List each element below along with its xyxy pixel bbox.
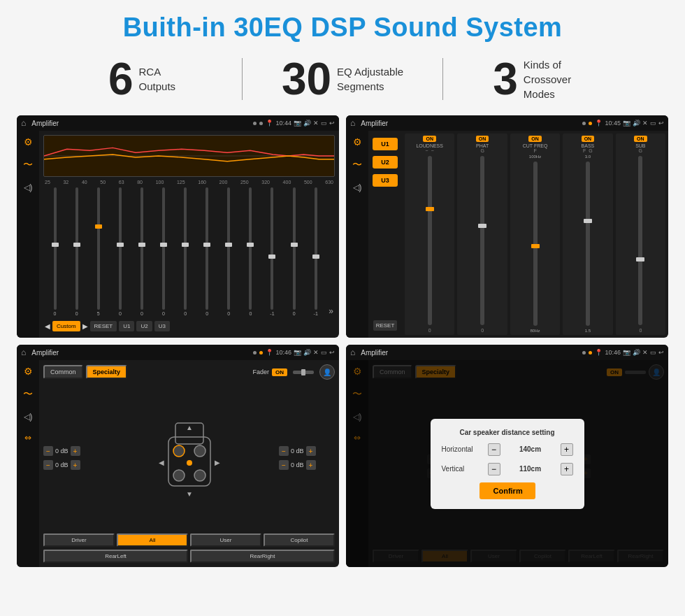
u1-crossover-btn[interactable]: U1 [373, 138, 398, 150]
slider-6[interactable]: 0 [153, 187, 173, 316]
fader-minus-1[interactable]: − [43, 446, 53, 456]
eq-icon[interactable]: ⚙ [24, 136, 33, 148]
bass-slider[interactable] [586, 162, 590, 326]
rearleft-btn[interactable]: RearLeft [43, 550, 188, 563]
driver-btn[interactable]: Driver [43, 533, 115, 547]
fader-plus-2[interactable]: + [71, 460, 80, 470]
on-badge-loudness[interactable]: ON [423, 136, 436, 142]
back-icon-1[interactable]: ↩ [329, 120, 335, 127]
window-icon-2[interactable]: ▭ [650, 120, 656, 127]
home-icon-4[interactable]: ⌂ [350, 348, 355, 357]
back-icon-3[interactable]: ↩ [329, 349, 335, 356]
specialty-tab[interactable]: Specialty [86, 365, 128, 379]
common-tab[interactable]: Common [43, 365, 83, 379]
window-icon-4[interactable]: ▭ [650, 349, 656, 356]
volume-sidebar-icon[interactable]: ◁) [24, 182, 33, 192]
slider-2[interactable]: 0 [66, 187, 87, 316]
fader-plus-1[interactable]: + [71, 446, 80, 456]
expand-icon[interactable]: » [329, 306, 333, 316]
window-icon-3[interactable]: ▭ [321, 349, 327, 356]
status-icons-2: 📍 10:45 📷 🔊 ✕ ▭ ↩ [595, 120, 664, 127]
close-icon-2[interactable]: ✕ [642, 120, 648, 127]
volume-sidebar-icon-2[interactable]: ◁) [353, 182, 362, 192]
eq-icon-3[interactable]: ⚙ [24, 366, 33, 377]
fader-plus-3[interactable]: + [306, 446, 316, 456]
wave-icon[interactable]: 〜 [23, 159, 33, 171]
eq-icon-2[interactable]: ⚙ [353, 136, 362, 148]
u3-crossover-btn[interactable]: U3 [373, 174, 398, 187]
slider-12[interactable]: 0 [284, 187, 304, 316]
crossover-reset-btn[interactable]: RESET [373, 320, 398, 331]
slider-11[interactable]: -1 [262, 187, 282, 316]
channel-sub: ON SUB G 0 [616, 134, 665, 335]
freq-320: 320 [261, 180, 270, 185]
status-bar-1: ⌂ Amplifier 📍 10:44 📷 🔊 ✕ ▭ ↩ [17, 115, 339, 131]
stat-crossover: 3 Kinds of Crossover Modes [443, 57, 643, 101]
window-icon-1[interactable]: ▭ [321, 120, 327, 127]
expand-sidebar-icon[interactable]: ⇔ [24, 433, 31, 443]
phat-slider[interactable] [480, 156, 484, 325]
slider-9[interactable]: 0 [219, 187, 239, 316]
wave-icon-3[interactable]: 〜 [23, 388, 33, 401]
back-icon-2[interactable]: ↩ [658, 120, 664, 127]
on-badge-cutfreq[interactable]: ON [528, 136, 542, 142]
custom-btn[interactable]: Custom [52, 321, 80, 331]
amplifier-title-4: Amplifier [361, 349, 579, 357]
back-icon-4[interactable]: ↩ [658, 349, 664, 356]
fader-minus-3[interactable]: − [279, 446, 289, 456]
on-badge-phat[interactable]: ON [476, 136, 489, 142]
vertical-plus-btn[interactable]: + [561, 463, 573, 475]
slider-8[interactable]: 0 [197, 187, 217, 316]
location-icon-2: 📍 [595, 120, 603, 127]
horizontal-plus-btn[interactable]: + [561, 443, 573, 456]
amplifier-title-1: Amplifier [31, 120, 250, 127]
slider-4[interactable]: 0 [110, 187, 130, 316]
volume-sidebar-icon-3[interactable]: ◁) [24, 412, 33, 422]
fader-main: Common Specialty Fader ON 👤 [39, 360, 339, 567]
slider-10[interactable]: 0 [240, 187, 261, 316]
fader-minus-4[interactable]: − [279, 460, 289, 470]
confirm-button[interactable]: Confirm [480, 482, 535, 499]
fader-location-btns-2: RearLeft RearRight [43, 550, 335, 563]
svg-point-6 [194, 470, 206, 481]
prev-btn[interactable]: ◀ [45, 322, 50, 330]
slider-7[interactable]: 0 [175, 187, 196, 316]
on-badge-sub[interactable]: ON [634, 136, 647, 142]
rearright-btn[interactable]: RearRight [190, 550, 335, 563]
slider-13[interactable]: -1 [305, 187, 326, 316]
slider-5[interactable]: 0 [131, 187, 152, 316]
u3-btn[interactable]: U3 [154, 321, 170, 331]
loudness-slider[interactable] [428, 156, 432, 325]
volume-icon-4: 🔊 [633, 349, 640, 356]
vertical-minus-btn[interactable]: − [488, 463, 500, 475]
u2-btn[interactable]: U2 [136, 321, 152, 331]
reset-btn[interactable]: RESET [90, 321, 117, 331]
dialog-overlay: Car speaker distance setting Horizontal … [346, 360, 668, 567]
cutfreq-slider[interactable] [533, 162, 538, 326]
location-icon-1: 📍 [266, 120, 273, 127]
slider-1[interactable]: 0 [45, 187, 65, 316]
freq-250: 250 [240, 180, 249, 185]
next-btn[interactable]: ▶ [82, 322, 88, 330]
fader-on-badge[interactable]: ON [272, 368, 287, 376]
all-btn[interactable]: All [117, 533, 188, 547]
fader-minus-2[interactable]: − [43, 460, 53, 470]
status-bar-4: ⌂ Amplifier 📍 10:46 📷 🔊 ✕ ▭ ↩ [346, 345, 668, 360]
home-icon-2[interactable]: ⌂ [350, 118, 355, 128]
home-icon[interactable]: ⌂ [21, 118, 26, 128]
copilot-btn[interactable]: Copilot [264, 533, 335, 547]
close-icon-3[interactable]: ✕ [313, 349, 319, 356]
close-icon-1[interactable]: ✕ [313, 120, 319, 127]
slider-3[interactable]: 5 [88, 187, 108, 316]
horizontal-minus-btn[interactable]: − [488, 443, 500, 456]
home-icon-3[interactable]: ⌂ [21, 348, 26, 357]
fader-plus-4[interactable]: + [306, 460, 316, 470]
user-btn[interactable]: User [190, 533, 261, 547]
close-icon-4[interactable]: ✕ [642, 349, 648, 356]
on-badge-bass[interactable]: ON [582, 136, 595, 142]
sub-slider[interactable] [638, 156, 642, 325]
u1-btn[interactable]: U1 [119, 321, 134, 331]
screens-grid: ⌂ Amplifier 📍 10:44 📷 🔊 ✕ ▭ ↩ ⚙ 〜 ◁) [0, 111, 685, 574]
wave-icon-2[interactable]: 〜 [352, 159, 362, 171]
u2-crossover-btn[interactable]: U2 [373, 156, 398, 169]
